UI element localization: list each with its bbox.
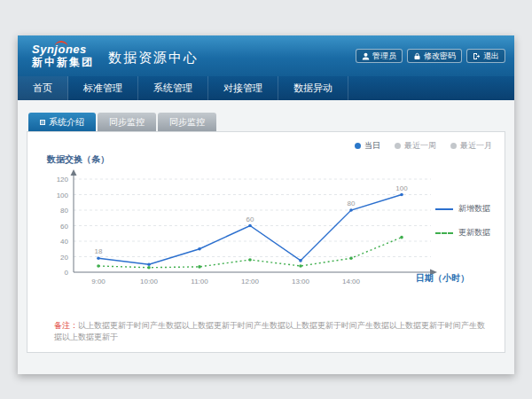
series-legend: 新增数据 更新数据: [435, 203, 490, 239]
filter-dot-icon: [355, 143, 361, 149]
x-axis-title: 日期（小时）: [416, 272, 469, 285]
svg-text:40: 40: [60, 238, 68, 246]
svg-text:100: 100: [395, 184, 408, 192]
y-axis-title: 数据交换（条）: [47, 153, 109, 166]
svg-text:20: 20: [60, 254, 68, 262]
user-icon: [362, 52, 370, 60]
footnote-prefix: 备注：: [54, 321, 78, 330]
nav-item-standard-mgmt[interactable]: 标准管理: [68, 76, 138, 100]
data-exchange-line-chart: 0204060801001209:0010:0011:0012:0013:001…: [40, 168, 443, 292]
tab-bar: 系统介绍 同步监控 同步监控: [28, 113, 216, 131]
page-title: 数据资源中心: [108, 46, 199, 66]
logout-label: 退出: [483, 51, 499, 62]
filter-last-week-label: 最近一周: [404, 140, 436, 152]
svg-text:13:00: 13:00: [292, 278, 310, 286]
filter-today[interactable]: 当日: [355, 140, 380, 152]
tab-sync-monitor-2-label: 同步监控: [169, 113, 205, 131]
svg-text:11:00: 11:00: [191, 278, 208, 286]
svg-text:100: 100: [57, 192, 69, 200]
tab-square-icon: [40, 120, 45, 125]
lock-icon: [413, 52, 421, 60]
svg-text:14:00: 14:00: [342, 278, 361, 286]
svg-text:9:00: 9:00: [91, 278, 106, 286]
svg-text:80: 80: [348, 200, 356, 207]
tab-sync-monitor-2[interactable]: 同步监控: [158, 113, 216, 131]
nav-item-home[interactable]: 首页: [18, 76, 68, 100]
svg-text:60: 60: [246, 215, 254, 223]
logout-icon: [473, 52, 481, 60]
change-password-label: 修改密码: [424, 51, 456, 62]
legend-new-data-label: 新增数据: [458, 203, 490, 215]
svg-text:120: 120: [57, 176, 69, 184]
filter-last-week[interactable]: 最近一周: [395, 140, 436, 152]
app-header: Synjones 新中新集团 数据资源中心 管理员 修改密码 退出: [18, 35, 514, 76]
filter-dot-icon: [395, 143, 401, 149]
admin-user-button[interactable]: 管理员: [356, 49, 403, 63]
dotted-line-icon: [435, 232, 453, 234]
nav-item-data-change[interactable]: 数据异动: [278, 76, 348, 100]
svg-text:80: 80: [60, 207, 68, 215]
company-logo: Synjones 新中新集团: [32, 43, 94, 68]
svg-text:18: 18: [95, 247, 103, 255]
tab-sync-monitor-1[interactable]: 同步监控: [98, 113, 156, 131]
footnote-text: 以上数据更新于时间产生数据以上数据更新于时间产生数据以上数据更新于时间产生数据以…: [54, 321, 485, 341]
legend-updated-data-label: 更新数据: [458, 227, 490, 239]
filter-last-month[interactable]: 最近一月: [450, 140, 492, 152]
tab-system-intro[interactable]: 系统介绍: [28, 113, 96, 131]
filter-today-label: 当日: [364, 140, 380, 152]
main-nav: 首页 标准管理 系统管理 对接管理 数据异动: [18, 76, 514, 100]
nav-item-system-mgmt[interactable]: 系统管理: [138, 76, 208, 100]
time-filter-legend: 当日 最近一周 最近一月: [355, 140, 492, 152]
svg-text:60: 60: [60, 223, 68, 231]
header-actions: 管理员 修改密码 退出: [356, 49, 505, 63]
filter-last-month-label: 最近一月: [460, 140, 492, 152]
svg-text:10:00: 10:00: [140, 278, 159, 286]
change-password-button[interactable]: 修改密码: [407, 49, 462, 63]
footnote: 备注：以上数据更新于时间产生数据以上数据更新于时间产生数据以上数据更新于时间产生…: [54, 320, 489, 343]
admin-user-label: 管理员: [372, 51, 396, 62]
nav-item-interface-mgmt[interactable]: 对接管理: [208, 76, 278, 100]
content-area: 系统介绍 同步监控 同步监控 当日 最近一周: [18, 100, 514, 374]
logout-button[interactable]: 退出: [466, 49, 505, 63]
tab-system-intro-label: 系统介绍: [49, 113, 84, 131]
svg-text:12:00: 12:00: [241, 278, 260, 286]
solid-line-icon: [435, 208, 453, 210]
logo-swoosh-icon: [55, 40, 69, 48]
tab-sync-monitor-1-label: 同步监控: [109, 113, 145, 131]
chart-panel: 当日 最近一周 最近一月 数据交换（条） 0204060801001209:00…: [27, 131, 505, 353]
filter-dot-icon: [450, 143, 457, 149]
logo-subtext: 新中新集团: [32, 56, 94, 68]
svg-text:0: 0: [65, 269, 69, 277]
legend-updated-data[interactable]: 更新数据: [435, 227, 490, 239]
legend-new-data[interactable]: 新增数据: [435, 203, 490, 215]
app-window: Synjones 新中新集团 数据资源中心 管理员 修改密码 退出: [18, 35, 514, 374]
